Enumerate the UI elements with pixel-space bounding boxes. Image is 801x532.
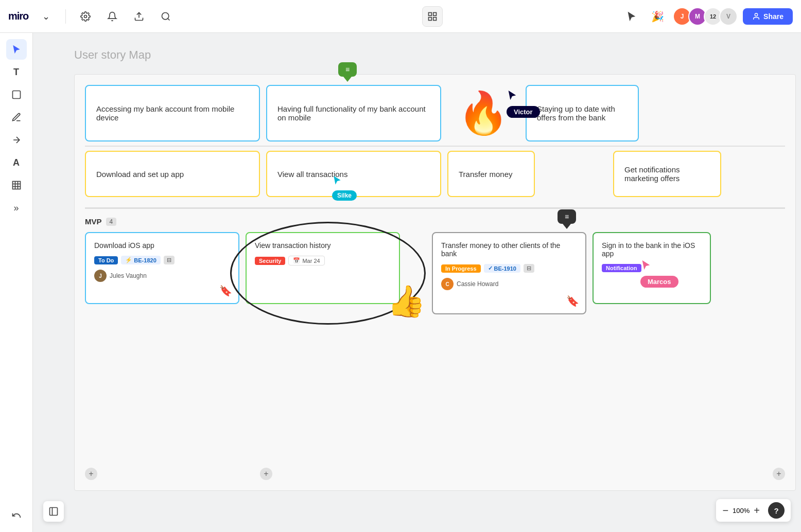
zoom-in-button[interactable]: + (754, 505, 760, 517)
ticket-view-transaction[interactable]: View transaction history Security 📅Mar 2… (246, 232, 400, 304)
topbar: miro ⌄ 🎉 J (0, 0, 801, 33)
notifications-icon[interactable] (103, 7, 121, 26)
settings-icon[interactable] (76, 7, 95, 26)
zoom-level: 100% (733, 507, 750, 515)
svg-rect-5 (433, 12, 437, 15)
share-button[interactable]: Share (743, 8, 793, 25)
task-card-1-text: Download and set up app (96, 170, 184, 179)
badge-be1820: ⚡BE-1820 (121, 256, 160, 264)
badge-inprogress: In Progress (441, 264, 481, 273)
add-btn-left[interactable]: + (85, 468, 97, 480)
zoom-out-button[interactable]: − (722, 505, 728, 517)
ticket-1-title: Download iOS app (94, 241, 230, 250)
celebrate-icon[interactable]: 🎉 (647, 6, 668, 27)
bookmark-icon-1: 🔖 (219, 285, 232, 297)
fire-sticker: 🔥 (458, 89, 509, 137)
select-tool[interactable] (6, 39, 27, 60)
share-label: Share (763, 12, 783, 21)
text-tool[interactable]: T (6, 62, 27, 82)
badge-todo: To Do (94, 256, 118, 264)
victor-cursor-group: Victor (507, 90, 540, 118)
font-tool[interactable]: A (6, 152, 27, 173)
panel-toggle[interactable] (43, 501, 64, 522)
svg-point-0 (84, 15, 87, 17)
mvp-label: MVP (85, 217, 102, 226)
comment-bubble-3: ≡ (558, 209, 576, 229)
user-story-row: Accessing my bank account from mobile de… (75, 75, 795, 146)
story-card-2-text: Having full functionality of my bank acc… (277, 104, 430, 122)
priority-icon-3: ⊟ (524, 264, 534, 273)
ticket-1-assignee: J Jules Vaughn (94, 270, 230, 282)
add-btn-mid[interactable]: + (260, 468, 272, 480)
mvp-section: MVP 4 Download iOS app To Do ⚡BE-1820 ⊟ (75, 217, 795, 314)
thumbsup-sticker: 👍 (387, 283, 426, 320)
badge-notification: Notification (602, 264, 641, 272)
marcos-cursor-group: Marcos (640, 259, 678, 288)
tickets-row: Download iOS app To Do ⚡BE-1820 ⊟ J Jule… (85, 232, 785, 314)
ticket-download-ios[interactable]: Download iOS app To Do ⚡BE-1820 ⊟ J Jule… (85, 232, 239, 304)
topbar-divider (65, 9, 66, 24)
svg-point-2 (162, 12, 169, 19)
topbar-right: 🎉 J M 12 V Share (621, 6, 793, 27)
cursor-tool-icon[interactable] (621, 6, 642, 27)
ticket-1-badges: To Do ⚡BE-1820 ⊟ (94, 256, 230, 264)
avatar-group: J M 12 V (673, 7, 738, 26)
assignee-avatar-3: C (441, 278, 454, 290)
svg-rect-7 (433, 17, 437, 20)
ticket-2-wrapper: View transaction history Security 📅Mar 2… (246, 232, 410, 304)
silke-cursor-group: Silke (332, 175, 357, 201)
priority-icon-1: ⊟ (164, 256, 175, 264)
add-btn-right[interactable]: + (773, 468, 785, 480)
ticket-2-badges: Security 📅Mar 24 (255, 256, 391, 265)
task-card-4[interactable]: Get notifications marketing offers (613, 151, 721, 197)
svg-rect-9 (12, 91, 20, 99)
story-map-frame: Accessing my bank account from mobile de… (74, 74, 796, 491)
frame-tool[interactable] (6, 175, 27, 196)
story-card-2[interactable]: Having full functionality of my bank acc… (266, 85, 441, 141)
svg-rect-4 (429, 12, 432, 15)
task-row: Download and set up app View all transac… (75, 147, 795, 207)
pen-tool[interactable] (6, 107, 27, 128)
story-card-3[interactable]: Staying up to date with offers from the … (526, 85, 639, 141)
assignee-name-1: Jules Vaughn (110, 272, 147, 279)
help-button[interactable]: ? (768, 502, 785, 519)
assignee-name-3: Cassie Howard (457, 280, 498, 288)
svg-rect-6 (429, 17, 432, 20)
more-tools[interactable]: » (6, 198, 27, 218)
task-card-3[interactable]: Transfer money (447, 151, 535, 197)
avatar-3: V (719, 7, 738, 26)
chevron-down-icon[interactable]: ⌄ (37, 7, 55, 26)
story-card-1-text: Accessing my bank account from mobile de… (96, 104, 249, 122)
story-card-3-text: Staying up to date with offers from the … (537, 104, 628, 122)
ticket-transfer-money[interactable]: Transfer money to other clients of the b… (432, 232, 586, 314)
undo-tool[interactable] (6, 505, 27, 526)
badge-mar24: 📅Mar 24 (288, 256, 324, 265)
silke-label: Silke (332, 190, 357, 201)
victor-cursor-icon (507, 90, 518, 103)
mvp-separator (85, 207, 785, 209)
story-card-1[interactable]: Accessing my bank account from mobile de… (85, 85, 260, 141)
badge-be1910: ✓BE-1910 (484, 264, 520, 273)
topbar-left: miro ⌄ (8, 7, 175, 26)
svg-point-8 (755, 13, 757, 16)
silke-cursor-icon (332, 175, 342, 187)
sidebar-bottom (6, 505, 27, 526)
search-icon[interactable] (156, 7, 175, 26)
arrow-tool[interactable] (6, 130, 27, 150)
task-card-4-text: Get notifications marketing offers (624, 165, 710, 183)
marcos-label: Marcos (640, 276, 678, 288)
board-title: User story Map (74, 48, 151, 62)
left-sidebar: T A » (0, 33, 33, 532)
ticket-3-wrapper: ≡ Transfer money to other clients of the… (432, 232, 586, 314)
topbar-center-tools (422, 6, 443, 27)
ticket-2-title: View transaction history (255, 241, 391, 250)
mvp-count: 4 (106, 218, 117, 226)
canvas[interactable]: User story Map Accessing my bank account… (33, 33, 801, 532)
shape-tool[interactable] (6, 84, 27, 105)
grid-tool-icon[interactable] (422, 6, 443, 27)
task-card-1[interactable]: Download and set up app (85, 151, 260, 197)
upload-icon[interactable] (130, 7, 148, 26)
ticket-3-badges: In Progress ✓BE-1910 ⊟ (441, 264, 577, 273)
badge-security: Security (255, 257, 285, 265)
svg-line-3 (168, 18, 170, 20)
